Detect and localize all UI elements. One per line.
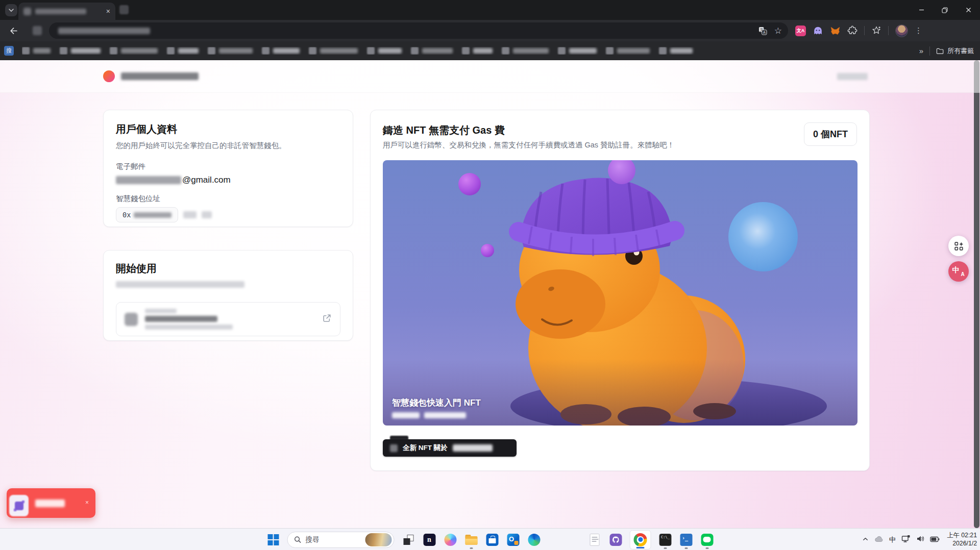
tab-search-button[interactable] [5,4,17,16]
window-restore-button[interactable] [933,0,957,20]
metamask-icon[interactable] [830,26,841,36]
start-button[interactable] [266,530,280,550]
all-bookmarks-button[interactable]: 所有書籤 [936,46,974,56]
svg-text:A: A [763,31,766,35]
bookmark-item[interactable] [558,47,597,55]
phantom-wallet-icon[interactable] [813,26,823,36]
taskbar-store[interactable] [485,530,499,550]
site-brand[interactable] [103,70,199,82]
taskbar-chrome-active[interactable] [630,530,651,549]
taskbar-github[interactable] [609,530,623,550]
battery-icon[interactable] [930,535,940,544]
list-item-icon [125,313,138,326]
profile-card-title: 用戶個人資料 [116,122,340,136]
powershell-icon: ›_ [680,534,692,546]
copilot-icon [444,534,456,546]
volume-icon[interactable] [916,535,924,544]
external-link-icon[interactable] [322,313,332,325]
browser-tab-strip: × [0,0,980,20]
bookmark-item[interactable] [262,47,300,55]
translate-extension-icon[interactable]: 文A [795,26,806,36]
bookmark-item[interactable] [110,47,158,55]
wallet-address-pill[interactable]: 0x [116,207,178,222]
ime-indicator[interactable]: 中 [889,535,896,544]
tray-chevron-up[interactable] [862,535,869,544]
onedrive-icon[interactable] [874,535,884,544]
restore-icon [942,7,948,13]
taskbar-search[interactable]: 搜尋 [287,532,395,548]
edge-icon [528,534,540,546]
bookmark-item[interactable] [167,47,199,55]
back-button[interactable] [6,23,20,38]
profile-avatar[interactable] [895,24,908,37]
bookmark-item[interactable] [208,47,253,55]
capybara-nft-image: 智慧錢包快速入門 NFT [383,160,857,426]
header-nav-redacted[interactable] [837,73,868,80]
bookmarks-overflow-button[interactable]: » [919,46,923,55]
sparkle-bookmark-icon[interactable] [871,26,881,36]
taskbar-file-explorer[interactable] [464,530,478,550]
page-translate-button[interactable]: 中A [948,261,969,282]
page-scrollbar[interactable] [974,60,979,528]
email-value: @gmail.com [116,175,340,185]
bookmark-item[interactable] [22,47,51,55]
grid-sparkle-icon [954,241,964,251]
mint-button-label: 全新 NFT 關於 [403,443,448,453]
taskbar-line[interactable] [700,530,714,550]
translate-page-icon[interactable]: 文A [758,27,767,35]
bookmark-favicon[interactable]: 搜 [4,46,14,56]
copy-address-button[interactable] [183,211,197,218]
nft-count-badge: 0 個NFT [804,122,857,146]
image-overlay: 智慧錢包快速入門 NFT [392,397,481,418]
browser-menu-icon[interactable]: ⋮ [915,26,922,35]
mint-button-icon [390,444,398,452]
search-placeholder: 搜尋 [306,535,320,544]
toast-close-icon[interactable]: × [85,499,89,506]
window-minimize-button[interactable] [910,0,933,20]
bookmarks-separator [929,46,930,56]
mint-nft-button[interactable]: 全新 NFT 關於 [383,439,517,457]
overlay-title: 智慧錢包快速入門 NFT [392,397,481,409]
bookmark-item[interactable] [309,47,358,55]
taskbar-cmd[interactable]: C:\_ [658,530,672,550]
tab-close-icon[interactable]: × [106,8,110,15]
window-close-button[interactable] [957,0,980,20]
tray-clock[interactable]: 上午 02:21 2026/1/2 [947,532,977,548]
network-icon[interactable] [901,535,911,545]
tab-favicon [23,8,31,15]
toolbar-separator [888,26,889,35]
bookmark-item[interactable] [411,47,453,55]
taskbar-outlook[interactable] [506,530,520,550]
address-bar[interactable]: 文A ☆ [49,22,788,39]
search-highlight-image[interactable] [365,533,392,546]
taskbar-notion[interactable]: n [423,530,436,550]
bookmark-item[interactable] [60,47,101,55]
taskbar-copilot[interactable] [444,530,457,550]
wallet-address-prefix: 0x [122,211,131,219]
get-started-list-item[interactable] [116,302,340,336]
bookmark-item[interactable] [367,47,402,55]
sidebar-collection-button[interactable] [948,236,969,256]
bookmark-item[interactable] [462,47,493,55]
bookmark-item[interactable] [659,47,693,55]
task-view-button[interactable] [402,530,415,550]
notion-icon: n [423,534,435,546]
bookmark-item[interactable] [502,47,549,55]
toast-app-icon [9,495,29,516]
notification-toast[interactable]: × [7,488,95,518]
wallet-address-redacted [134,212,172,218]
nft-card: 鑄造 NFT 無需支付 Gas 費 用戶可以進行鑄幣、交易和兌換，無需支付任何手… [370,110,870,471]
taskbar: 搜尋 n C:\_ ›_ 中 上午 02:21 [0,528,980,550]
reload-button[interactable] [33,26,42,35]
email-label: 電子郵件 [116,162,340,171]
wallet-chain-badge [202,211,212,218]
translate-icon: 中A [953,267,964,277]
taskbar-notepad[interactable] [588,530,602,550]
bookmark-item[interactable] [606,47,650,55]
extensions-puzzle-icon[interactable] [847,26,857,36]
new-tab-button[interactable] [119,5,129,14]
taskbar-powershell[interactable]: ›_ [679,530,693,550]
bookmark-star-icon[interactable]: ☆ [774,27,782,35]
browser-tab[interactable]: × [18,3,115,20]
taskbar-edge[interactable] [527,530,541,550]
